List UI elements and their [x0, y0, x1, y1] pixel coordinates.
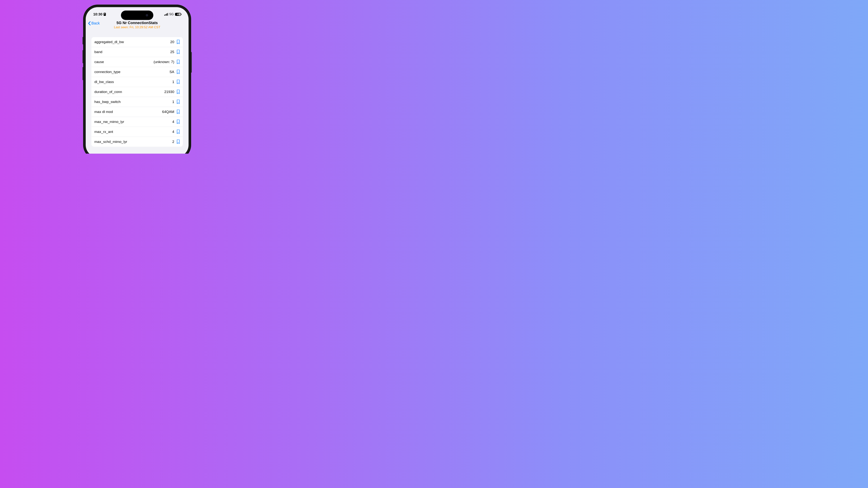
stat-row[interactable]: dl_bw_class1: [91, 77, 183, 87]
bookmark-icon[interactable]: [177, 120, 180, 124]
back-label: Back: [91, 21, 100, 25]
side-buttons-left: [83, 37, 84, 44]
stat-label: max_schd_mimo_lyr: [94, 140, 172, 144]
stat-row[interactable]: max_schd_mimo_lyr2: [91, 137, 183, 147]
stat-label: dl_bw_class: [94, 80, 172, 84]
network-type: 5G: [169, 12, 174, 16]
stat-label: connection_type: [94, 70, 169, 74]
stat-label: max dl mod: [94, 110, 162, 114]
stat-row[interactable]: has_bwp_switch1: [91, 97, 183, 107]
stat-label: has_bwp_switch: [94, 100, 172, 104]
stat-row[interactable]: duration_of_conn21930: [91, 87, 183, 97]
bookmark-icon[interactable]: [177, 79, 180, 84]
cellular-signal-icon: [164, 13, 168, 15]
status-right: 5G 67: [164, 12, 181, 16]
stat-value: SA: [169, 70, 174, 74]
stat-value: 21930: [164, 90, 174, 94]
side-button-right: [191, 52, 192, 73]
nav-title-wrap: 5G Nr ConnectionStats Last seen: Fri, 10…: [88, 21, 186, 29]
bookmark-icon[interactable]: [177, 90, 180, 94]
dynamic-island: [121, 10, 153, 20]
stat-label: duration_of_conn: [94, 90, 164, 94]
stat-row[interactable]: connection_typeSA: [91, 67, 183, 77]
stat-value: (unknown: 7): [154, 60, 174, 64]
contact-card-icon: [103, 13, 106, 16]
stat-value: 2: [172, 140, 174, 144]
bookmark-icon[interactable]: [177, 109, 180, 114]
bookmark-icon[interactable]: [177, 40, 180, 44]
stat-value: 25: [170, 50, 174, 54]
stat-row[interactable]: cause(unknown: 7): [91, 57, 183, 67]
stat-label: max_nw_mimo_lyr: [94, 120, 172, 124]
stat-value: 1: [172, 100, 174, 104]
bookmark-icon[interactable]: [177, 139, 180, 144]
stat-label: max_rx_ant: [94, 130, 172, 134]
stats-panel: aggregated_dl_bw20band25cause(unknown: 7…: [91, 37, 183, 147]
stat-row[interactable]: max_nw_mimo_lyr4: [91, 117, 183, 127]
stat-label: band: [94, 50, 170, 54]
phone-frame: 10:30 5G 67 Back: [84, 5, 191, 154]
stat-label: cause: [94, 60, 154, 64]
battery-icon: 67: [175, 13, 181, 16]
stat-value: 4: [172, 130, 174, 134]
stat-label: aggregated_dl_bw: [94, 40, 170, 44]
stat-row[interactable]: max dl mod64QAM: [91, 107, 183, 117]
stat-row[interactable]: max_rx_ant4: [91, 127, 183, 137]
status-time: 10:30: [93, 12, 102, 17]
bookmark-icon[interactable]: [177, 130, 180, 134]
bookmark-icon[interactable]: [177, 60, 180, 64]
status-left: 10:30: [93, 12, 106, 17]
nav-bar: Back 5G Nr ConnectionStats Last seen: Fr…: [86, 19, 189, 32]
stat-value: 20: [170, 40, 174, 44]
stat-value: 1: [172, 80, 174, 84]
bookmark-icon[interactable]: [177, 50, 180, 54]
phone-screen: 10:30 5G 67 Back: [86, 7, 189, 154]
stat-value: 64QAM: [162, 110, 174, 114]
chevron-left-icon: [88, 21, 91, 25]
page-title: 5G Nr ConnectionStats: [88, 21, 186, 25]
stat-row[interactable]: band25: [91, 47, 183, 57]
bookmark-icon[interactable]: [177, 100, 180, 104]
stat-row[interactable]: aggregated_dl_bw20: [91, 37, 183, 47]
battery-level: 67: [177, 13, 179, 15]
bookmark-icon[interactable]: [177, 70, 180, 74]
back-button[interactable]: Back: [88, 21, 100, 25]
stat-value: 4: [172, 120, 174, 124]
page-subtitle: Last seen: Fri, 10:29:52 AM CST: [88, 25, 186, 29]
